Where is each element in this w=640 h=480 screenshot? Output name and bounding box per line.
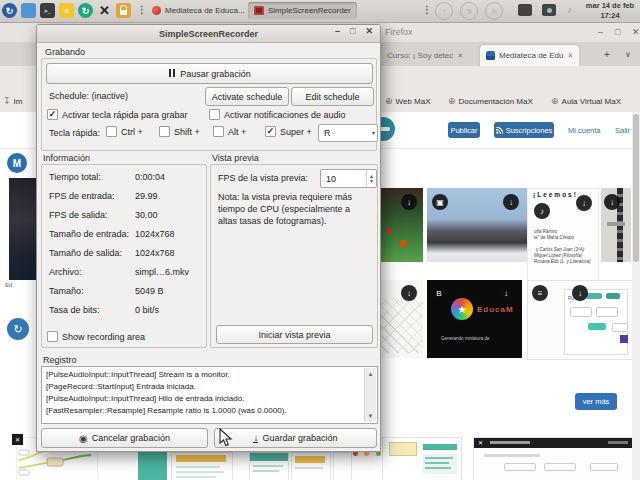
pip-close-icon[interactable]: ✕ <box>12 434 23 445</box>
thumb-detail <box>425 457 453 459</box>
video-thumbnail-card[interactable] <box>171 452 233 480</box>
new-tab-button[interactable]: + <box>604 49 610 60</box>
speaker-icon[interactable]: ♪ <box>534 203 550 219</box>
thumb-detail <box>423 444 457 450</box>
download-icon[interactable]: ↓ <box>401 194 417 210</box>
download-icon[interactable]: ↓ <box>503 194 519 210</box>
leemos-line: Rosana Edo (L. y Literatura) <box>534 259 591 265</box>
desktop-launcher-icon[interactable] <box>21 3 36 18</box>
timeshift-launcher-icon[interactable]: ↻ <box>2 3 17 18</box>
download-icon[interactable]: ↓ <box>576 195 592 211</box>
mi-cuenta-link[interactable]: Mi cuenta <box>568 126 601 135</box>
edit-schedule-button[interactable]: Edit schedule <box>291 87 374 106</box>
hotkey-enable-checkbox[interactable]: ✓ Activar tecla rápida para grabar <box>47 109 188 120</box>
super-checkbox[interactable]: ✓ Super + <box>265 126 312 137</box>
bookmark-label: Documentación MaX <box>459 97 533 106</box>
scroll-down-icon[interactable]: ▼ <box>368 410 374 422</box>
scroll-up-icon[interactable]: ▲ <box>368 368 374 380</box>
bookmark-label: Aula Virtual MaX <box>562 97 621 106</box>
bookmark-item-documentacion-max[interactable]: ⊕ Documentación MaX <box>448 96 533 106</box>
preview-note-line: Nota: la vista previa requiere más <box>218 192 352 202</box>
bookmark-item-web-max[interactable]: ⊕ Web MaX <box>385 96 431 106</box>
ver-mas-button[interactable]: ver más <box>575 393 617 410</box>
ssr-minimize-button[interactable]: – <box>335 26 340 36</box>
terminal-launcher-icon[interactable]: >_ <box>40 3 55 18</box>
video-thumbnail-card[interactable] <box>249 452 289 480</box>
educam-logo-icon: ★ <box>451 298 473 320</box>
video-thumbnail-card[interactable] <box>333 452 352 480</box>
volume-icon[interactable]: ♪ <box>567 4 572 15</box>
tab-favicon <box>486 51 495 60</box>
firefox-close-button[interactable]: ✕ <box>632 27 640 37</box>
publicar-button[interactable]: Publicar <box>448 122 480 138</box>
download-icon[interactable]: ↓ <box>572 285 588 301</box>
activate-schedule-button[interactable]: Activate schedule <box>205 87 289 106</box>
save-download-icon: ↓ <box>253 434 258 443</box>
camera-icon[interactable]: ▣ <box>432 194 448 210</box>
badge-b-icon[interactable]: B <box>431 285 447 301</box>
page-scrollbar[interactable] <box>632 112 640 480</box>
panel-clock[interactable]: mar 14 de feb 17:24 <box>580 1 640 21</box>
alt-checkbox[interactable]: Alt + <box>213 126 246 137</box>
combo-arrow-icon: ▾ <box>370 125 377 141</box>
ssr-maximize-button[interactable]: □ <box>350 26 355 36</box>
ssr-titlebar[interactable]: SimpleScreenRecorder – □ ✕ <box>37 25 380 43</box>
m-badge[interactable]: M <box>7 153 27 173</box>
spinner-arrows-icon[interactable]: ▲▼ <box>366 170 376 187</box>
hotkey-key-value: R <box>324 128 331 138</box>
close-glyph: ✕ <box>15 436 20 443</box>
salir-link[interactable]: Salir <box>615 126 630 135</box>
tab-close-icon[interactable]: ✕ <box>457 52 463 60</box>
log-scrollbar[interactable]: ▲ ▼ <box>364 368 376 422</box>
ctrl-checkbox[interactable]: Ctrl + <box>106 126 143 137</box>
video-thumbnail-card[interactable] <box>138 452 167 480</box>
video-thumbnail-leemos[interactable]: ¡Leemos! ♪ ↓ ofía Ramiro te" de María Cr… <box>527 188 599 282</box>
suscripciones-button[interactable]: Suscripciones <box>494 122 554 138</box>
info-value: 0 bit/s <box>135 305 159 315</box>
tab-list-chevron-icon[interactable]: ∨ <box>625 50 631 59</box>
firefox-minimize-button[interactable]: – <box>598 27 603 37</box>
save-recording-button[interactable]: ↓ Guardar grabación <box>214 428 377 448</box>
x-app-launcher-icon[interactable]: ✕ <box>97 3 112 18</box>
tab-curso[interactable]: Curso: ¡ Soy detec ✕ <box>381 45 469 66</box>
sync-launcher-icon[interactable]: ↻ <box>78 3 93 18</box>
taskbar-item-ssr[interactable]: SimpleScreenRecorder <box>248 2 357 19</box>
panel-separator: ⋮ <box>422 4 432 15</box>
tab-close-icon[interactable]: ✕ <box>568 52 574 60</box>
tab-mediateca[interactable]: Mediateca de Edu ✕ <box>480 45 579 66</box>
download-icon[interactable]: ↓ <box>604 194 620 210</box>
thumb-detail <box>570 307 592 317</box>
files-launcher-icon[interactable]: ≡ <box>59 3 74 18</box>
ssr-close-button[interactable]: ✕ <box>365 26 373 36</box>
video-thumbnail-darkheader[interactable]: ✕ <box>473 437 635 480</box>
hotkey-key-combobox[interactable]: R ▾ <box>318 124 378 142</box>
video-thumbnail-table[interactable] <box>382 437 462 480</box>
bookmark-item-import[interactable]: ↧ Im <box>3 96 22 106</box>
clipboard-tray-icon[interactable] <box>518 4 532 16</box>
log-line: [PulseAudioInput::InputThread] Stream is… <box>46 369 363 381</box>
show-recording-area-checkbox[interactable]: Show recording area <box>47 331 145 342</box>
pause-recording-button[interactable]: Pausar grabación <box>46 63 373 84</box>
download-icon[interactable]: ↓ <box>498 285 514 301</box>
cancel-recording-button[interactable]: ◉ Cancelar grabación <box>41 428 208 448</box>
bookmark-item-aula-virtual-max[interactable]: ⊕ Aula Virtual MaX <box>551 96 621 106</box>
shift-checkbox[interactable]: Shift + <box>159 126 200 137</box>
avatar-badge[interactable]: ↻ <box>7 318 29 340</box>
firefox-maximize-button[interactable]: □ <box>615 27 620 37</box>
start-preview-button[interactable]: Iniciar vista previa <box>216 325 373 344</box>
audio-notifications-checkbox[interactable]: Activar notificaciones de audio <box>209 109 346 120</box>
taskbar-item-firefox[interactable]: Mediateca de Educa... <box>146 2 251 19</box>
recorder-tray-icon[interactable] <box>542 4 556 16</box>
registro-group-title: Registro <box>43 355 77 365</box>
list-icon[interactable]: ≡ <box>532 285 548 301</box>
preview-fps-spinner[interactable]: 10 ▲▼ <box>320 169 377 188</box>
sidebar-video-thumbnail[interactable] <box>9 178 36 280</box>
lock-launcher-icon[interactable] <box>116 3 131 18</box>
info-label: Tasa de bits: <box>49 305 100 315</box>
download-icon[interactable]: ↓ <box>401 285 417 301</box>
page-scrollbar-thumb[interactable] <box>633 114 639 262</box>
video-thumbnail-card[interactable] <box>291 452 331 480</box>
suscripciones-label: Suscripciones <box>506 126 553 135</box>
preview-fps-label: FPS de la vista previa: <box>218 173 308 183</box>
log-textarea[interactable]: [PulseAudioInput::InputThread] Stream is… <box>41 366 378 424</box>
